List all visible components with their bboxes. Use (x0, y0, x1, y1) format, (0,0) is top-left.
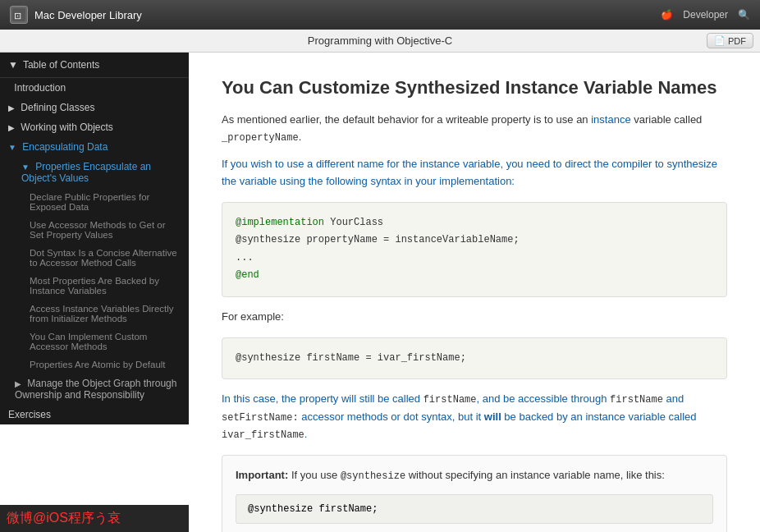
toc-header[interactable]: ▼ Table of Contents (0, 53, 189, 78)
arrow-encap: ▼ (8, 143, 16, 152)
for-example-label: For example: (222, 309, 727, 326)
page-heading: You Can Customize Synthesized Instance V… (222, 77, 727, 99)
arrow-manage: ▶ (15, 379, 21, 388)
arrow-working: ▶ (8, 123, 15, 132)
sidebar-item-properties-encapsulate[interactable]: ▼ Properties Encapsulate an Object's Val… (0, 157, 189, 188)
para-1: As mentioned earlier, the default behavi… (222, 112, 727, 146)
code-setfirstname: setFirstName: (222, 412, 299, 424)
sidebar-item-defining-classes[interactable]: ▶ Defining Classes (0, 98, 189, 117)
will-strong: will (484, 410, 501, 423)
para-3: In this case, the property will still be… (222, 391, 727, 443)
arrow-prop-enc: ▼ (21, 163, 30, 172)
apple-icon: 🍎 (661, 9, 673, 21)
developer-label[interactable]: Developer (683, 9, 728, 21)
code-synthesize-inline: @synthesize (341, 470, 405, 482)
sidebar-item-properties-atomic[interactable]: Properties Are Atomic by Default (0, 355, 189, 374)
code-firstname-1: firstName (423, 394, 477, 406)
sidebar-item-declare-public[interactable]: Declare Public Properties for Exposed Da… (0, 188, 189, 216)
app-title: Mac Developer Library (34, 9, 142, 21)
sidebar-item-dot-syntax[interactable]: Dot Syntax Is a Concise Alternative to A… (0, 244, 189, 272)
svg-text:⊡: ⊡ (14, 11, 21, 21)
sidebar-wrapper: ▼ Table of Contents Introduction ▶ Defin… (0, 53, 189, 532)
sidebar-item-exercises[interactable]: Exercises (0, 405, 189, 424)
arrow-defining: ▶ (8, 103, 15, 112)
sidebar-item-most-properties[interactable]: Most Properties Are Backed by Instance V… (0, 272, 189, 300)
important-label: Important: (236, 469, 288, 481)
toc-label: Table of Contents (23, 59, 99, 71)
content-area: You Can Customize Synthesized Instance V… (189, 53, 760, 532)
sidebar-item-implement-custom[interactable]: You Can Implement Custom Accessor Method… (0, 328, 189, 355)
important-header: Important: If you use @synthesize withou… (236, 467, 713, 484)
app-icon: ⊡ (10, 6, 28, 24)
pdf-button[interactable]: 📄 PDF (707, 33, 753, 48)
important-box: Important: If you use @synthesize withou… (222, 455, 727, 532)
top-bar: ⊡ Mac Developer Library 🍎 Developer 🔍 (0, 0, 760, 30)
sidebar-watermark: 微博@iOS程序う哀 (0, 505, 189, 532)
sidebar-item-manage-object-graph[interactable]: ▶ Manage the Object Graph through Owners… (0, 374, 189, 405)
pdf-icon: 📄 (714, 35, 726, 46)
subtitle-bar: Programming with Objective-C 📄 PDF (0, 30, 760, 53)
important-code: @synthesize firstName; (236, 494, 713, 524)
top-bar-right: 🍎 Developer 🔍 (661, 9, 750, 21)
highlight-instance: instance (591, 113, 630, 126)
code-block-1: @implementation YourClass @synthesize pr… (222, 202, 727, 297)
code-firstname-2: firstName (610, 394, 663, 406)
sidebar-item-working-objects[interactable]: ▶ Working with Objects (0, 117, 189, 137)
sidebar-item-introduction[interactable]: Introduction (0, 78, 189, 98)
subtitle-title: Programming with Objective-C (308, 34, 452, 47)
code-block-2: @synthesize firstName = ivar_firstName; (222, 337, 727, 380)
code-ivar: ivar_firstName (222, 429, 304, 441)
sidebar-item-encapsulating[interactable]: ▼ Encapsulating Data (0, 137, 189, 157)
para-2: If you wish to use a different name for … (222, 156, 727, 190)
top-bar-left: ⊡ Mac Developer Library (10, 6, 142, 24)
code-propertyname: _propertyName (222, 132, 299, 144)
main-layout: ▼ Table of Contents Introduction ▶ Defin… (0, 53, 760, 532)
search-icon[interactable]: 🔍 (738, 9, 750, 21)
toc-arrow: ▼ (8, 59, 18, 71)
sidebar: ▼ Table of Contents Introduction ▶ Defin… (0, 53, 189, 424)
sidebar-item-access-instance[interactable]: Access Instance Variables Directly from … (0, 300, 189, 328)
sidebar-item-use-accessor[interactable]: Use Accessor Methods to Get or Set Prope… (0, 216, 189, 244)
